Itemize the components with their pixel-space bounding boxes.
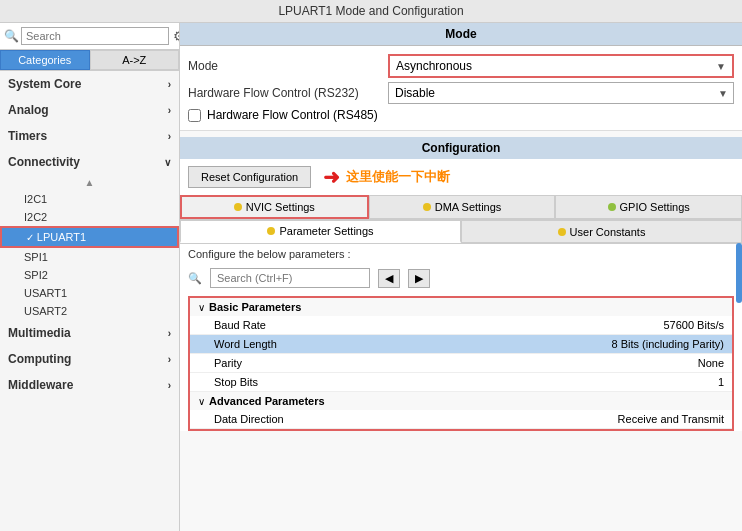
hw-flow-rs232-select[interactable]: Disable [388,82,734,104]
section-computing: Computing › [0,346,179,372]
basic-params-label: Basic Parameters [209,301,301,313]
chevron-down-icon: ∨ [164,157,171,168]
section-connectivity: Connectivity ∨ ▲ I2C1 I2C2 LPUART1 SPI1 … [0,149,179,320]
table-row: Stop Bits 1 [190,373,732,392]
sidebar-item-lpuart1[interactable]: LPUART1 [0,226,179,248]
sidebar-item-spi1[interactable]: SPI1 [0,248,179,266]
gpio-tab-label: GPIO Settings [620,201,690,213]
dma-dot [423,203,431,211]
param-name: Word Length [190,335,420,354]
tab-user-constants[interactable]: User Constants [461,220,742,243]
scroll-up-arrow[interactable]: ▲ [0,175,179,190]
reset-config-button[interactable]: Reset Configuration [188,166,311,188]
section-system-core-label: System Core [8,77,81,91]
table-row: Baud Rate 57600 Bits/s [190,316,732,335]
param-name: Data Direction [190,410,436,429]
sidebar-item-usart1[interactable]: USART1 [0,284,179,302]
mode-select-wrapper: Asynchronous [388,54,734,78]
param-name: Stop Bits [190,373,420,392]
hw-flow-rs485-row: Hardware Flow Control (RS485) [188,108,734,122]
user-const-dot [558,228,566,236]
sidebar-item-spi2[interactable]: SPI2 [0,266,179,284]
param-value: 1 [420,373,732,392]
advanced-params-label: Advanced Parameters [209,395,325,407]
section-computing-header[interactable]: Computing › [0,346,179,372]
tab-az[interactable]: A->Z [90,50,180,70]
hw-flow-rs232-select-wrapper: Disable [388,82,734,104]
tab-row-2: Parameter Settings User Constants [180,220,742,244]
section-analog-label: Analog [8,103,49,117]
reset-row: Reset Configuration ➜ 这里使能一下中断 [180,159,742,195]
dma-tab-label: DMA Settings [435,201,502,213]
param-prev-button[interactable]: ◀ [378,269,400,288]
sidebar-item-i2c2[interactable]: I2C2 [0,208,179,226]
table-row: Data Direction Receive and Transmit [190,410,732,429]
window-title: LPUART1 Mode and Configuration [0,0,742,23]
basic-params-table: Baud Rate 57600 Bits/s Word Length 8 Bit… [190,316,732,392]
tab-nvic-settings[interactable]: NVIC Settings [180,195,369,219]
table-row: Parity None [190,354,732,373]
gear-icon[interactable]: ⚙ [173,28,180,44]
content-area: Mode Mode Asynchronous Hardware Flow Con… [180,23,742,531]
tab-gpio-settings[interactable]: GPIO Settings [555,195,742,219]
advanced-params-header[interactable]: ∨ Advanced Parameters [190,392,732,410]
annotation-text: 这里使能一下中断 [346,168,450,186]
section-middleware-header[interactable]: Middleware › [0,372,179,398]
mode-section: Mode Asynchronous Hardware Flow Control … [180,46,742,131]
param-tab-label: Parameter Settings [279,225,373,237]
mode-header: Mode [180,23,742,46]
chevron-right-icon: › [168,79,171,90]
arrow-right-icon: ➜ [323,165,340,189]
config-header: Configuration [180,137,742,159]
section-middleware-label: Middleware [8,378,73,392]
hw-flow-rs485-checkbox[interactable] [188,109,201,122]
param-search-icon: 🔍 [188,272,202,285]
param-value: 8 Bits (including Parity) [420,335,732,354]
mode-row: Mode Asynchronous [188,54,734,78]
section-middleware: Middleware › [0,372,179,398]
param-value: 57600 Bits/s [420,316,732,335]
section-timers-label: Timers [8,129,47,143]
scrollbar-thumb[interactable] [736,243,742,303]
section-multimedia: Multimedia › [0,320,179,346]
param-next-button[interactable]: ▶ [408,269,430,288]
section-computing-label: Computing [8,352,71,366]
param-name: Parity [190,354,420,373]
section-multimedia-label: Multimedia [8,326,71,340]
section-analog-header[interactable]: Analog › [0,97,179,123]
chevron-right-icon-5: › [168,354,171,365]
tab-row-1: NVIC Settings DMA Settings GPIO Settings [180,195,742,220]
search-bar: 🔍 ⚙ [0,23,179,50]
tab-categories[interactable]: Categories [0,50,90,70]
hw-flow-rs232-label: Hardware Flow Control (RS232) [188,86,388,100]
section-timers-header[interactable]: Timers › [0,123,179,149]
param-value: None [420,354,732,373]
tab-dma-settings[interactable]: DMA Settings [369,195,556,219]
sidebar: 🔍 ⚙ Categories A->Z System Core › Analog… [0,23,180,531]
annotation: ➜ 这里使能一下中断 [323,165,450,189]
nvic-tab-label: NVIC Settings [246,201,315,213]
user-const-tab-label: User Constants [570,226,646,238]
chevron-right-icon-4: › [168,328,171,339]
tab-parameter-settings[interactable]: Parameter Settings [180,220,461,243]
chevron-right-icon-2: › [168,105,171,116]
param-search-row: 🔍 ◀ ▶ [180,264,742,292]
param-search-input[interactable] [210,268,370,288]
section-multimedia-header[interactable]: Multimedia › [0,320,179,346]
category-tabs: Categories A->Z [0,50,179,71]
config-section: Configuration Reset Configuration ➜ 这里使能… [180,137,742,431]
search-input[interactable] [21,27,169,45]
chevron-right-icon-6: › [168,380,171,391]
param-dot [267,227,275,235]
sidebar-item-i2c1[interactable]: I2C1 [0,190,179,208]
section-connectivity-header[interactable]: Connectivity ∨ [0,149,179,175]
section-connectivity-label: Connectivity [8,155,80,169]
advanced-params-table: Data Direction Receive and Transmit [190,410,732,429]
mode-select[interactable]: Asynchronous [390,56,732,76]
sidebar-item-usart2[interactable]: USART2 [0,302,179,320]
section-timers: Timers › [0,123,179,149]
section-system-core: System Core › [0,71,179,97]
expand-icon-2: ∨ [198,396,205,407]
basic-params-header[interactable]: ∨ Basic Parameters [190,298,732,316]
section-system-core-header[interactable]: System Core › [0,71,179,97]
